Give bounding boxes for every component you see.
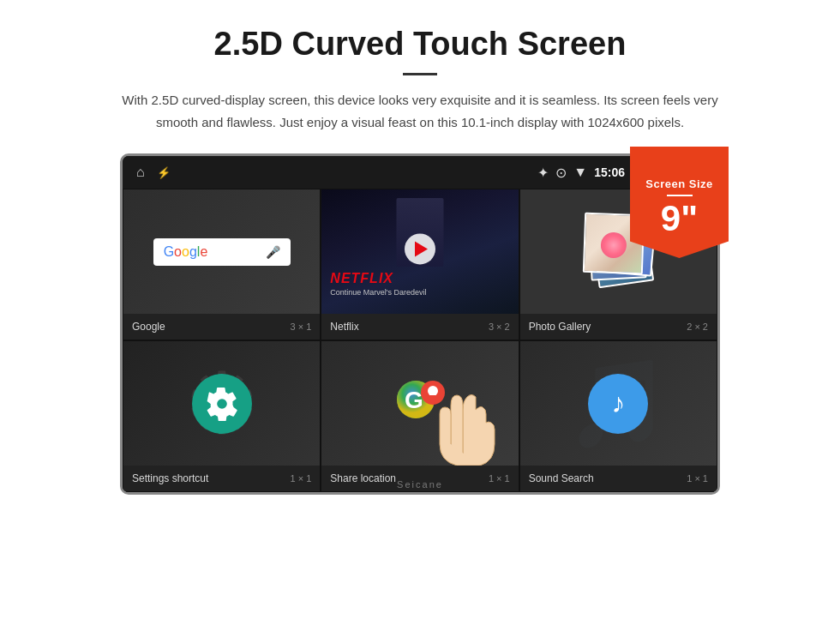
google-app-size: 3 × 1 <box>291 322 312 332</box>
netflix-content: NETFLIX Continue Marvel's Daredevil <box>321 189 518 314</box>
share-location-app-size: 1 × 1 <box>489 473 510 484</box>
device-container: Screen Size 9" ⌂ ⚡ ✦ ⊙ ▼ 15:06 📷 <box>120 153 720 495</box>
photo-gallery-app-name: Photo Gallery <box>529 321 591 333</box>
google-content: Google 🎤 <box>123 189 320 314</box>
bluetooth-icon: ✦ <box>537 165 549 181</box>
status-bar: ⌂ ⚡ ✦ ⊙ ▼ 15:06 📷 🔊 ✕ ⬜ <box>123 156 717 189</box>
netflix-app-size: 3 × 2 <box>489 322 510 332</box>
play-button[interactable] <box>405 233 435 264</box>
hand-pointing <box>433 363 501 466</box>
google-label-row: Google 3 × 1 <box>123 314 320 340</box>
app-cell-google[interactable]: Google 🎤 Google 3 × 1 <box>123 189 321 340</box>
title-divider <box>403 73 437 75</box>
app-grid: Google 🎤 Google 3 × 1 <box>123 189 717 492</box>
play-triangle-icon <box>415 241 428 256</box>
settings-label-row: Settings shortcut 1 × 1 <box>123 466 320 491</box>
netflix-label-row: Netflix 3 × 2 <box>321 314 518 340</box>
music-note-icon: ♪ <box>611 388 625 419</box>
google-logo-g: G <box>164 244 174 259</box>
google-app-name: Google <box>132 321 165 333</box>
settings-content: ⚙ <box>123 341 320 466</box>
google-logo-o2: o <box>182 244 189 259</box>
page-wrapper: 2.5D Curved Touch Screen With 2.5D curve… <box>0 0 840 512</box>
share-location-app-name: Share location <box>330 472 396 484</box>
home-icon[interactable]: ⌂ <box>136 165 145 180</box>
google-mic-icon[interactable]: 🎤 <box>266 245 280 259</box>
status-left: ⌂ ⚡ <box>136 165 171 180</box>
flower-image <box>601 231 627 258</box>
share-location-content: G <box>321 341 518 466</box>
page-title: 2.5D Curved Touch Screen <box>51 26 789 63</box>
gear-svg <box>205 387 239 421</box>
share-location-bg: G <box>321 341 518 466</box>
netflix-subtitle: Continue Marvel's Daredevil <box>330 288 426 297</box>
status-time: 15:06 <box>594 165 625 179</box>
photo-gallery-app-size: 2 × 2 <box>687 322 708 332</box>
sound-search-label-row: Sound Search 1 × 1 <box>520 466 717 491</box>
hand-svg <box>433 363 501 466</box>
app-cell-sound-search[interactable]: 🎵 ♪ Sound Search 1 × 1 <box>519 340 717 492</box>
watermark: Seicane <box>397 479 443 490</box>
screen-size-badge: Screen Size 9" <box>630 147 729 258</box>
gear-icon-main <box>192 374 252 434</box>
sound-search-app-name: Sound Search <box>529 472 594 484</box>
screen-size-label: Screen Size <box>645 177 713 190</box>
settings-app-size: 1 × 1 <box>291 473 312 484</box>
page-description: With 2.5D curved-display screen, this de… <box>120 89 720 133</box>
screen-size-badge-divider <box>667 195 693 196</box>
google-bg: Google 🎤 <box>123 189 320 314</box>
google-logo-o1: o <box>174 244 182 259</box>
photo-gallery-label-row: Photo Gallery 2 × 2 <box>520 314 717 340</box>
google-logo-e: e <box>200 244 207 259</box>
settings-bg: ⚙ <box>123 341 320 466</box>
location-icon: ⊙ <box>555 165 567 181</box>
svg-text:G: G <box>405 387 423 413</box>
sound-search-bg: 🎵 ♪ <box>520 341 717 466</box>
netflix-bg: NETFLIX Continue Marvel's Daredevil <box>321 189 518 314</box>
netflix-text-overlay: NETFLIX Continue Marvel's Daredevil <box>330 271 426 297</box>
netflix-app-name: Netflix <box>330 321 358 333</box>
app-cell-settings[interactable]: ⚙ Settings shortcut 1 × 1 <box>123 340 321 492</box>
settings-app-name: Settings shortcut <box>132 472 208 484</box>
music-icon-main: ♪ <box>588 374 648 434</box>
sound-search-content: 🎵 ♪ <box>520 341 717 466</box>
screen-size-value: 9" <box>661 201 698 237</box>
app-cell-share-location[interactable]: G <box>321 340 519 492</box>
netflix-logo-text: NETFLIX <box>330 271 426 286</box>
wifi-icon: ▼ <box>573 165 587 180</box>
sound-search-app-size: 1 × 1 <box>687 473 708 484</box>
google-search-bar[interactable]: Google 🎤 <box>153 238 291 266</box>
google-logo-g2: g <box>189 244 197 259</box>
usb-icon: ⚡ <box>157 166 171 179</box>
google-logo: Google <box>164 244 208 260</box>
app-cell-netflix[interactable]: NETFLIX Continue Marvel's Daredevil Netf… <box>321 189 519 340</box>
